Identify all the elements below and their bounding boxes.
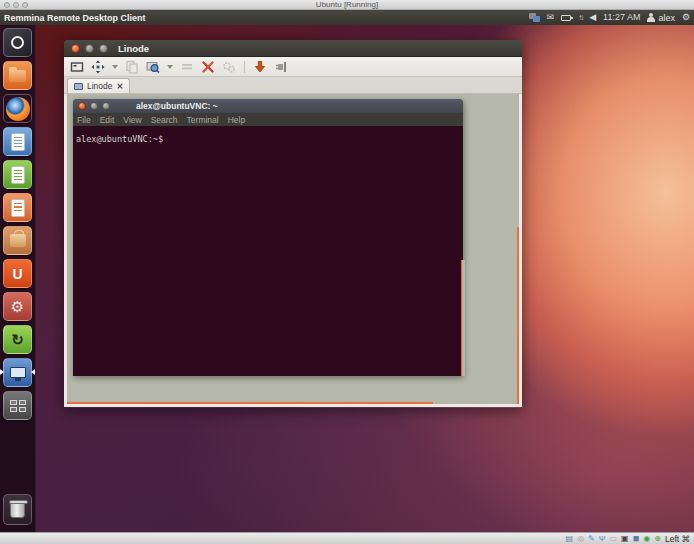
optical-drive-icon[interactable]: ◎ [577,534,584,544]
maximize-button[interactable] [99,44,108,53]
scale-mode-button[interactable] [90,59,106,75]
volume-icon[interactable]: ◀ [589,10,596,25]
shared-folders-icon[interactable]: ▭ [610,534,618,544]
screenshot-options-dropdown[interactable] [166,59,174,75]
remote-desktop-viewport[interactable]: alex@ubuntuVNC: ~ File Edit View Search … [64,94,522,407]
launcher-item-dash-home[interactable] [3,28,32,57]
host-close-button[interactable] [4,2,10,8]
trash-icon [10,502,25,518]
host-window-titlebar: Ubuntu [Running] [0,0,694,10]
terminal-window: alex@ubuntuVNC: ~ File Edit View Search … [73,99,463,376]
tab-close-icon[interactable]: ✕ [117,82,124,91]
terminal-close-button[interactable] [78,102,86,110]
display-icon[interactable]: ▣ [621,534,629,544]
launcher-item-workspace-switcher[interactable] [3,391,32,420]
username-label: alex [658,13,675,23]
launcher-item-trash[interactable] [3,494,32,525]
user-menu[interactable]: alex [647,13,675,23]
usb-icon[interactable]: Ψ [599,534,606,544]
remmina-titlebar[interactable]: Linode [64,40,522,57]
host-zoom-button[interactable] [22,2,28,8]
disconnect-button[interactable] [273,59,289,75]
launcher-item-files[interactable] [3,61,32,90]
launcher-item-system-settings[interactable]: ⚙ [3,292,32,321]
launcher-item-libreoffice-writer[interactable] [3,127,32,156]
close-button[interactable] [71,44,80,53]
align-button[interactable] [179,59,195,75]
menu-view[interactable]: View [123,115,141,125]
ubuntu-one-icon: U [12,266,22,282]
remmina-toolbar [64,57,522,77]
focused-app-arrow-left [0,369,4,375]
scale-options-dropdown[interactable] [111,59,119,75]
unity-launcher: U ⚙ ↻ [0,25,36,532]
redraw-artifact-strip [462,260,465,376]
terminal-content[interactable]: alex@ubuntuVNC:~$ [73,126,463,376]
terminal-titlebar[interactable]: alex@ubuntuVNC: ~ [73,99,463,113]
remmina-applet-icon[interactable] [529,13,540,22]
battery-icon[interactable] [561,15,571,21]
session-gear-icon[interactable]: ⚙ [682,10,690,25]
user-icon [647,13,655,22]
ubuntu-logo-icon [11,36,24,49]
writer-document-icon [11,133,25,151]
remote-wallpaper-edge-right [517,227,519,407]
launcher-item-libreoffice-impress[interactable] [3,193,32,222]
paste-button[interactable] [124,59,140,75]
network-transfer-icon[interactable]: ↑↓ [578,13,582,22]
gears-button[interactable] [221,59,237,75]
terminal-menubar: File Edit View Search Terminal Help [73,113,463,126]
remmina-window-title: Linode [118,43,149,54]
launcher-item-firefox[interactable] [3,94,32,123]
screen: Ubuntu [Running] Remmina Remote Desktop … [0,0,694,544]
host-minimize-button[interactable] [13,2,19,8]
desktop-wallpaper: U ⚙ ↻ Linode [0,25,694,532]
menu-edit[interactable]: Edit [100,115,115,125]
remote-wallpaper-edge-bottom [67,402,433,404]
menu-help[interactable]: Help [228,115,245,125]
update-swirl-icon: ↻ [11,331,24,349]
chevron-down-icon [167,65,173,69]
hard-disk-icon[interactable]: ▤ [566,534,574,544]
recording-icon[interactable]: ◼ [633,534,640,544]
tools-button[interactable] [200,59,216,75]
network-icon[interactable]: ✎ [588,534,595,544]
terminal-minimize-button[interactable] [90,102,98,110]
remmina-monitor-icon [10,367,26,378]
launcher-item-libreoffice-calc[interactable] [3,160,32,189]
minimize-button[interactable] [85,44,94,53]
focused-app-arrow-right [31,369,35,375]
mail-icon[interactable]: ✉ [547,10,555,25]
shell-prompt: alex@ubuntuVNC:~$ [76,134,163,144]
menu-terminal[interactable]: Terminal [187,115,219,125]
toolbar-separator [244,61,245,73]
folder-icon [9,70,26,82]
host-window-title: Ubuntu [Running] [0,0,694,10]
launcher-item-ubuntu-one[interactable]: U [3,259,32,288]
grab-keyboard-button[interactable] [252,59,268,75]
chevron-down-icon [112,65,118,69]
remmina-tabbar: Linode ✕ [64,77,522,94]
remmina-window: Linode [64,40,522,408]
redraw-artifact-line [461,260,463,376]
launcher-item-remmina[interactable] [3,358,32,387]
host-key-indicator: Left ⌘ [665,534,690,544]
host-key-capture-icon[interactable]: ⊕ [654,534,661,544]
menu-search[interactable]: Search [151,115,178,125]
launcher-item-software-updater[interactable]: ↻ [3,325,32,354]
gear-wrench-icon: ⚙ [11,298,24,316]
terminal-maximize-button[interactable] [102,102,110,110]
connection-tab-linode[interactable]: Linode ✕ [67,78,130,93]
launcher-item-software-center[interactable] [3,226,32,255]
shopping-bag-icon [10,234,26,247]
app-menu-label[interactable]: Remmina Remote Desktop Client [4,13,146,23]
vbox-statusbar: ▤ ◎ ✎ Ψ ▭ ▣ ◼ ◉ ⊕ Left ⌘ [0,532,694,544]
clock[interactable]: 11:27 AM [603,10,640,25]
fullscreen-button[interactable] [69,59,85,75]
menu-file[interactable]: File [77,115,91,125]
terminal-window-title: alex@ubuntuVNC: ~ [136,101,218,111]
tab-label: Linode [87,81,113,91]
mouse-integration-icon[interactable]: ◉ [643,534,650,544]
screenshot-button[interactable] [145,59,161,75]
indicator-tray: ✉ ↑↓ ◀ 11:27 AM alex ⚙ [529,10,690,25]
